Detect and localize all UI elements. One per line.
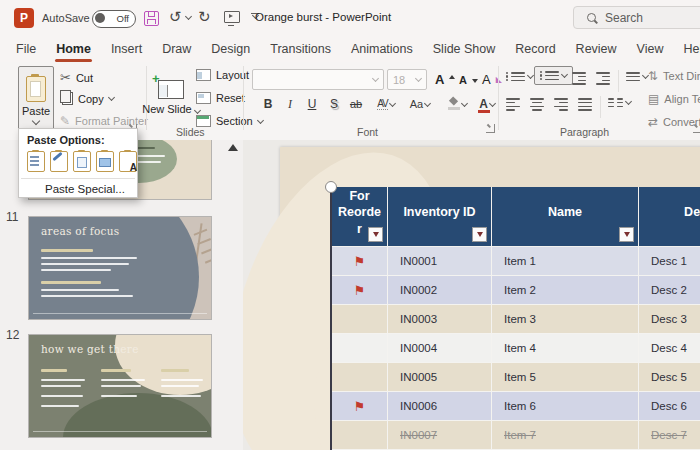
search-input[interactable]: Search [573,6,700,29]
table-row[interactable]: IN0004Item 4Desc 4 [332,334,700,363]
line-spacing-button[interactable] [626,72,648,81]
table-row[interactable]: ⚑IN0006Item 6Desc 6 [332,392,700,421]
undo-button[interactable]: ↺ [169,8,191,26]
paste-option-keep-source-formatting-icon[interactable] [50,151,68,172]
table-row[interactable]: ⚑IN0001Item 1Desc 1 [332,247,700,276]
bold-icon: B [264,97,273,111]
cut-label: Cut [76,72,93,84]
autosave-toggle[interactable]: Off [92,10,136,28]
cut-button[interactable]: ✂ Cut [60,70,93,85]
slide-thumbnail-11[interactable]: areas of focus [28,216,212,320]
paste-option-keep-text-only-icon[interactable] [119,151,137,172]
justify-button[interactable] [578,98,592,111]
slide-thumbnail-12[interactable]: how we get there [28,334,212,438]
align-center-button[interactable] [530,98,544,111]
chevron-down-icon [415,75,422,82]
tab-review[interactable]: Review [566,36,627,62]
paragraph-dialog-launcher[interactable] [693,124,700,133]
inventory-id-cell: IN0006 [388,392,492,421]
tab-insert[interactable]: Insert [101,36,152,62]
underline-button[interactable]: U [302,94,322,114]
table-row[interactable]: IN0003Item 3Desc 3 [332,305,700,334]
tab-transitions[interactable]: Transitions [260,36,341,62]
tab-record[interactable]: Record [505,36,565,62]
reset-label: Reset [216,92,245,104]
align-text-button[interactable]: ▤Align Te [648,92,700,106]
inventory-table-object[interactable]: For ReorderInventory IDNameDescription ⚑… [330,187,700,450]
description-cell: Desc 1 [639,247,700,276]
mini-separator [618,70,619,92]
font-dialog-launcher[interactable] [486,124,495,133]
italic-button[interactable]: I [280,94,300,114]
align-right-button[interactable] [554,98,568,111]
tab-view[interactable]: View [627,36,674,62]
redo-button[interactable]: ↻ [198,8,211,26]
align-left-icon [506,98,520,111]
selection-handle[interactable] [325,181,337,193]
paste-option-embed-icon[interactable] [73,151,91,172]
align-center-icon [530,98,544,111]
slide-canvas[interactable]: For ReorderInventory IDNameDescription ⚑… [280,147,700,450]
ribbon-tab-bar: FileHomeInsertDrawDesignTransitionsAnima… [0,36,700,62]
align-text-label: Align Te [664,93,700,105]
save-button[interactable] [144,11,159,26]
layout-icon [196,69,211,81]
decrease-indent-button[interactable] [572,72,586,85]
start-slideshow-button[interactable] [224,11,240,23]
align-left-button[interactable] [506,98,520,111]
filter-dropdown-button[interactable] [619,227,634,242]
numbering-button[interactable] [534,66,573,85]
tab-animations[interactable]: Animations [341,36,423,62]
text-direction-button[interactable]: ⇅Text Dire [648,69,700,83]
grow-font-button[interactable]: A [435,72,455,87]
tab-home[interactable]: Home [46,36,101,62]
font-name-combo[interactable] [252,69,384,90]
layout-button[interactable]: Layout [196,69,259,81]
description-cell: Desc 2 [639,276,700,305]
bold-button[interactable]: B [258,94,278,114]
filter-dropdown-button[interactable] [472,227,487,242]
shrink-font-icon: A [459,74,467,86]
font-color-button[interactable]: A [474,94,500,114]
chevron-down-icon [625,98,632,105]
tab-slide-show[interactable]: Slide Show [423,36,506,62]
thumbnail-scroll-up-arrow[interactable] [228,144,238,151]
tab-design[interactable]: Design [201,36,260,62]
paste-special-menu-item[interactable]: Paste Special... [19,179,137,195]
bullets-button[interactable] [506,72,533,81]
section-button[interactable]: Section [196,115,263,127]
slide-editing-canvas: For ReorderInventory IDNameDescription ⚑… [243,140,700,450]
table-row[interactable]: IN0005Item 5Desc 5 [332,363,700,392]
paste-option-use-destination-theme-icon[interactable] [27,151,45,172]
shrink-font-button[interactable]: A [459,74,478,86]
character-spacing-button[interactable]: AV [372,94,400,114]
paste-option-picture-icon[interactable] [96,151,114,172]
group-separator [498,66,499,130]
columns-icon [608,98,614,107]
tab-file[interactable]: File [6,36,46,62]
text-shadow-button[interactable]: S [324,94,344,114]
heading-bar [101,369,131,372]
inventory-id-cell: IN0004 [388,334,492,363]
footer-line [33,313,207,314]
reset-button[interactable]: Reset [196,92,245,104]
tab-draw[interactable]: Draw [152,36,201,62]
new-slide-button[interactable]: New Slide [150,65,192,131]
table-row[interactable]: IN0007Item 7Desc 7 [332,421,700,450]
present-icon [224,11,240,23]
underline-icon: U [308,97,317,111]
name-cell: Item 4 [492,334,639,363]
change-case-button[interactable]: Aa [406,94,434,114]
bullet-bar [41,385,81,387]
copy-button[interactable]: Copy [60,92,114,105]
paste-button[interactable]: Paste [18,66,54,134]
tab-help[interactable]: Help [673,36,700,62]
columns-button[interactable] [608,98,631,107]
table-row[interactable]: ⚑IN0002Item 2Desc 2 [332,276,700,305]
strikethrough-button[interactable]: ab [346,94,366,114]
bullet-bar [41,263,129,265]
increase-indent-button[interactable] [596,72,610,85]
font-size-combo[interactable]: 18 [387,69,427,90]
highlight-button[interactable] [444,94,470,114]
filter-dropdown-button[interactable] [368,227,383,242]
